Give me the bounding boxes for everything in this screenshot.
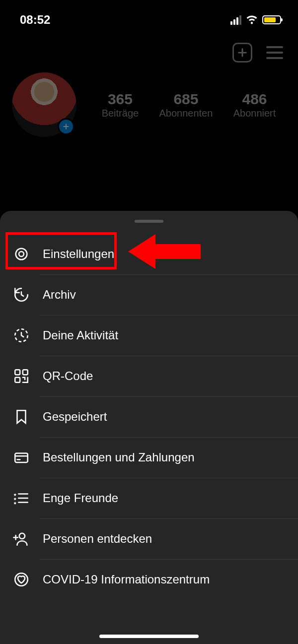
discover-icon <box>13 530 30 547</box>
stat-posts[interactable]: 365 Beiträge <box>102 91 139 119</box>
menu-item-settings[interactable]: Einstellungen <box>0 234 298 274</box>
svg-rect-4 <box>23 370 28 375</box>
svg-point-1 <box>19 252 24 257</box>
stat-following-value: 486 <box>233 91 276 108</box>
menu-label: Gespeichert <box>43 410 107 424</box>
card-icon <box>13 449 30 466</box>
wifi-icon <box>245 12 258 28</box>
settings-icon <box>13 246 30 262</box>
svg-point-7 <box>19 533 25 539</box>
menu-item-discover[interactable]: Personen entdecken <box>0 518 298 559</box>
sheet-grabber[interactable] <box>135 220 163 223</box>
menu-label: Archiv <box>43 288 76 302</box>
menu-item-archive[interactable]: Archiv <box>0 274 298 315</box>
avatar[interactable] <box>12 72 76 137</box>
battery-icon <box>262 15 281 24</box>
svg-rect-3 <box>15 370 20 375</box>
stat-following-label: Abonniert <box>233 108 276 119</box>
menu-label: COVID-19 Informationszentrum <box>43 573 210 586</box>
menu-label: Deine Aktivität <box>43 328 118 342</box>
activity-icon <box>13 327 30 344</box>
stat-followers-value: 685 <box>159 91 213 108</box>
stat-posts-label: Beiträge <box>102 108 139 119</box>
menu-item-saved[interactable]: Gespeichert <box>0 396 298 437</box>
bookmark-icon <box>13 408 30 425</box>
stat-following[interactable]: 486 Abonniert <box>233 91 276 119</box>
cellular-signal-icon <box>230 15 241 25</box>
stat-followers-label: Abonnenten <box>159 108 213 119</box>
menu-label: Bestellungen und Zahlungen <box>43 451 195 464</box>
archive-icon <box>13 286 30 303</box>
qr-icon <box>13 368 30 385</box>
stat-followers[interactable]: 685 Abonnenten <box>159 91 213 119</box>
menu-label: QR-Code <box>43 369 93 383</box>
status-icons <box>230 12 281 28</box>
home-indicator[interactable] <box>99 635 199 638</box>
menu-item-orders[interactable]: Bestellungen und Zahlungen <box>0 437 298 478</box>
menu-item-activity[interactable]: Deine Aktivität <box>0 315 298 356</box>
closefriends-icon <box>13 490 30 507</box>
svg-rect-6 <box>15 453 28 462</box>
menu-icon[interactable] <box>266 46 283 59</box>
bottom-sheet: Einstellungen Archiv Deine Aktivität QR-… <box>0 211 298 644</box>
svg-point-0 <box>16 249 27 260</box>
menu-label: Einstellungen <box>43 247 114 261</box>
stat-posts-value: 365 <box>102 91 139 108</box>
add-story-badge[interactable] <box>58 118 74 135</box>
status-time: 08:52 <box>20 13 50 27</box>
profile-header: 365 Beiträge 685 Abonnenten 486 Abonnier… <box>0 67 298 142</box>
menu-item-qr[interactable]: QR-Code <box>0 356 298 396</box>
menu-item-covid[interactable]: COVID-19 Informationszentrum <box>0 559 298 600</box>
status-bar: 08:52 <box>0 0 298 34</box>
svg-rect-5 <box>15 378 20 383</box>
create-button[interactable] <box>232 43 252 63</box>
profile-top-actions <box>0 34 298 67</box>
menu-item-closefriends[interactable]: Enge Freunde <box>0 478 298 518</box>
menu-label: Enge Freunde <box>43 491 118 505</box>
svg-point-8 <box>15 573 28 586</box>
menu-label: Personen entdecken <box>43 532 152 546</box>
covid-icon <box>13 571 30 588</box>
